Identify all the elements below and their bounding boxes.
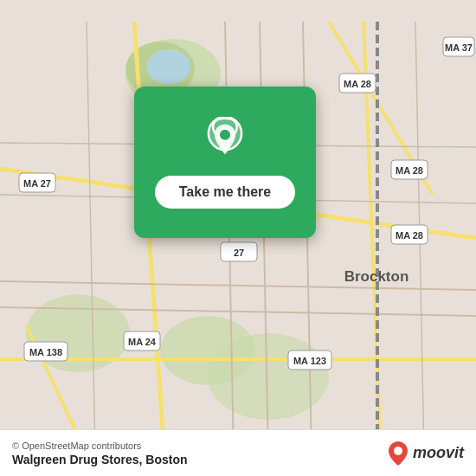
moovit-brand-text: moovit [413, 444, 464, 462]
svg-text:MA 24: MA 24 [128, 337, 157, 347]
svg-text:27: 27 [234, 248, 244, 258]
take-me-there-button[interactable]: Take me there [155, 176, 295, 209]
map-background: MA 27 27 MA 24 MA 24 MA 28 MA 28 MA 28 M… [0, 0, 476, 476]
svg-point-48 [394, 447, 402, 455]
svg-point-47 [220, 129, 230, 139]
moovit-pin-icon [386, 440, 410, 467]
popup-card[interactable]: Take me there [134, 87, 316, 238]
svg-text:MA 27: MA 27 [23, 178, 51, 189]
svg-text:MA 37: MA 37 [445, 42, 473, 53]
svg-text:MA 28: MA 28 [396, 230, 423, 241]
svg-text:MA 28: MA 28 [344, 79, 371, 89]
store-name: Walgreen Drug Stores, Boston [12, 453, 188, 466]
svg-text:Brockton: Brockton [344, 268, 409, 285]
map-attribution: © OpenStreetMap contributors [12, 441, 188, 451]
location-pin-icon [203, 117, 248, 162]
svg-text:MA 123: MA 123 [293, 356, 326, 366]
svg-text:MA 28: MA 28 [396, 165, 423, 176]
map-container: MA 27 27 MA 24 MA 24 MA 28 MA 28 MA 28 M… [0, 0, 476, 476]
bottom-left-info: © OpenStreetMap contributors Walgreen Dr… [12, 441, 188, 466]
svg-point-3 [147, 49, 190, 84]
moovit-logo: moovit [386, 440, 464, 467]
bottom-bar: © OpenStreetMap contributors Walgreen Dr… [0, 429, 476, 476]
svg-text:MA 138: MA 138 [29, 347, 62, 357]
